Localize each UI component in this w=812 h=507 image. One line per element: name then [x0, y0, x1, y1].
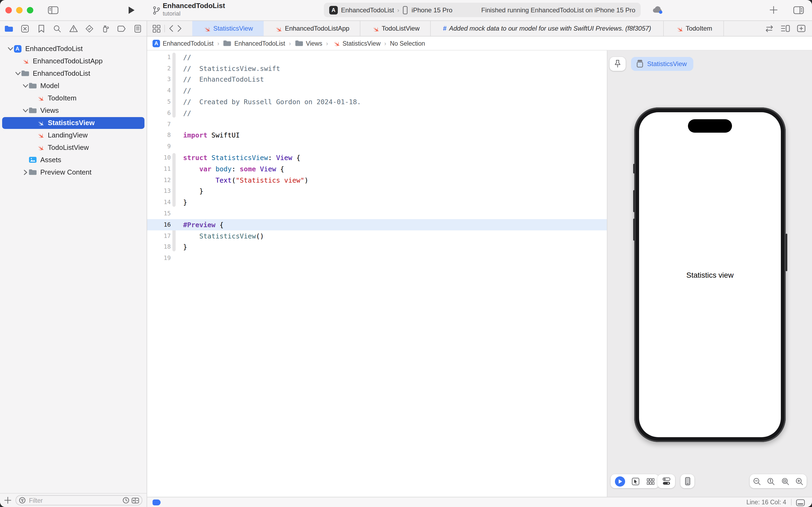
- zoom-window-button[interactable]: [27, 7, 33, 13]
- tab-statisticsview[interactable]: StatisticsView: [192, 21, 264, 36]
- go-forward-icon[interactable]: [177, 25, 182, 32]
- code-line-9[interactable]: 9: [147, 141, 607, 152]
- navigator-source-control-icon[interactable]: [20, 24, 30, 33]
- line-number[interactable]: 17: [147, 232, 171, 239]
- breadcrumb-segment[interactable]: EnhancedTodoList: [223, 40, 285, 47]
- sidebar-item-todoitem[interactable]: TodoItem: [0, 92, 147, 104]
- breadcrumb-segment[interactable]: StatisticsView: [332, 39, 381, 47]
- disclosure-chevron-icon[interactable]: [7, 47, 13, 51]
- disclosure-chevron-icon[interactable]: [22, 109, 28, 112]
- tab-added[interactable]: #Added mock data to our model for use wi…: [431, 21, 664, 36]
- add-file-icon[interactable]: [4, 497, 11, 504]
- line-number[interactable]: 19: [147, 255, 171, 262]
- sidebar-item-views[interactable]: Views: [0, 104, 147, 117]
- sidebar-item-assets[interactable]: Assets: [0, 154, 147, 166]
- toggle-inspector-icon[interactable]: [793, 6, 804, 14]
- variants-mode-icon[interactable]: [647, 478, 655, 485]
- code-line-18[interactable]: 18}: [147, 241, 607, 253]
- code-line-5[interactable]: 5// Created by Russell Gordon on 2024-01…: [147, 96, 607, 107]
- code-line-7[interactable]: 7: [147, 119, 607, 130]
- tab-todoitem[interactable]: TodoItem: [664, 21, 724, 36]
- sidebar-item-model[interactable]: Model: [0, 79, 147, 92]
- scm-status-filter-icon[interactable]: [131, 497, 139, 504]
- line-number[interactable]: 12: [147, 176, 171, 183]
- selectable-mode-icon[interactable]: [632, 477, 640, 485]
- zoom-100-icon[interactable]: [767, 477, 775, 485]
- preview-device-button[interactable]: [681, 474, 694, 488]
- breadcrumb-segment[interactable]: AEnhancedTodoList: [153, 40, 214, 47]
- line-number[interactable]: 10: [147, 154, 171, 161]
- pin-preview-button[interactable]: [610, 57, 626, 71]
- add-editor-icon[interactable]: [797, 25, 806, 32]
- run-button[interactable]: [128, 6, 135, 14]
- line-number[interactable]: 7: [147, 121, 171, 127]
- navigator-project-icon[interactable]: [4, 24, 13, 33]
- code-line-3[interactable]: 3// EnhancedTodoList: [147, 74, 607, 85]
- sidebar-item-enhancedtodolist[interactable]: A EnhancedTodoList: [0, 43, 147, 55]
- line-number[interactable]: 18: [147, 243, 171, 250]
- line-number[interactable]: 14: [147, 199, 171, 206]
- navigator-reports-icon[interactable]: [133, 24, 142, 33]
- disclosure-chevron-icon[interactable]: [15, 71, 20, 75]
- sidebar-item-preview-content[interactable]: Preview Content: [0, 166, 147, 178]
- close-button[interactable]: [5, 7, 12, 13]
- preview-target-chip[interactable]: StatisticsView: [631, 57, 693, 71]
- navigator-debug-icon[interactable]: [101, 24, 110, 33]
- code-line-6[interactable]: 6//: [147, 107, 607, 119]
- filter-field[interactable]: [15, 495, 142, 505]
- breadcrumb-segment[interactable]: Views: [295, 40, 322, 47]
- line-number[interactable]: 13: [147, 188, 171, 195]
- line-number[interactable]: 1: [147, 54, 171, 61]
- code-line-17[interactable]: 17 StatisticsView(): [147, 230, 607, 242]
- line-number[interactable]: 15: [147, 210, 171, 217]
- line-number[interactable]: 6: [147, 110, 171, 117]
- navigator-breakpoints-icon[interactable]: [117, 24, 126, 33]
- disclosure-chevron-icon[interactable]: [23, 169, 27, 175]
- activity-status-bar[interactable]: A EnhancedTodoList › iPhone 15 Pro Finis…: [324, 3, 641, 17]
- phone-screen[interactable]: Statistics view: [639, 112, 781, 437]
- line-number[interactable]: 8: [147, 132, 171, 139]
- code-line-8[interactable]: 8import SwiftUI: [147, 130, 607, 141]
- add-item-icon[interactable]: [769, 6, 777, 14]
- minimize-button[interactable]: [16, 7, 22, 13]
- code-line-14[interactable]: 14}: [147, 197, 607, 208]
- iphone-preview[interactable]: Statistics view: [634, 107, 786, 442]
- breadcrumb-segment[interactable]: No Selection: [390, 40, 425, 47]
- zoom-out-icon[interactable]: [753, 477, 761, 485]
- source-editor[interactable]: 1//2// StatisticsView.swift3// EnhancedT…: [147, 51, 607, 497]
- line-number[interactable]: 4: [147, 87, 171, 94]
- sidebar-item-enhancedtodolist[interactable]: EnhancedTodoList: [0, 67, 147, 79]
- recent-files-icon[interactable]: [122, 497, 129, 504]
- code-line-1[interactable]: 1//: [147, 52, 607, 63]
- code-line-2[interactable]: 2// StatisticsView.swift: [147, 63, 607, 74]
- code-line-11[interactable]: 11 var body: some View {: [147, 163, 607, 175]
- tab-enhancedtodolistapp[interactable]: EnhancedTodoListApp: [264, 21, 360, 36]
- editor-bottom-bar-toggle-icon[interactable]: [796, 499, 805, 506]
- navigator-bookmarks-icon[interactable]: [37, 24, 46, 33]
- line-number[interactable]: 11: [147, 165, 171, 172]
- sidebar-item-statisticsview[interactable]: StatisticsView: [0, 117, 147, 129]
- code-line-19[interactable]: 19: [147, 253, 607, 264]
- scheme-name[interactable]: EnhancedTodoList: [341, 6, 394, 14]
- navigator-find-icon[interactable]: [53, 24, 62, 33]
- related-items-icon[interactable]: [153, 24, 161, 33]
- live-preview-button[interactable]: [615, 476, 625, 486]
- navigator-tests-icon[interactable]: [85, 24, 94, 33]
- line-number[interactable]: 5: [147, 98, 171, 105]
- zoom-fit-icon[interactable]: [781, 477, 790, 485]
- navigator-issues-icon[interactable]: [69, 24, 78, 33]
- adjust-editor-options-icon[interactable]: [781, 25, 790, 32]
- code-review-icon[interactable]: [765, 25, 774, 32]
- line-number[interactable]: 16: [147, 221, 171, 228]
- run-destination[interactable]: iPhone 15 Pro: [412, 6, 453, 14]
- code-line-16[interactable]: 16#Preview {: [147, 219, 607, 230]
- sidebar-item-landingview[interactable]: LandingView: [0, 129, 147, 141]
- zoom-in-icon[interactable]: [796, 477, 804, 485]
- filter-input[interactable]: [28, 497, 122, 504]
- code-line-15[interactable]: 15: [147, 208, 607, 219]
- code-line-13[interactable]: 13 }: [147, 185, 607, 197]
- sidebar-item-enhancedtodolistapp[interactable]: EnhancedTodoListApp: [0, 55, 147, 67]
- code-line-4[interactable]: 4//: [147, 85, 607, 97]
- sidebar-item-todolistview[interactable]: TodoListView: [0, 141, 147, 154]
- line-number[interactable]: 9: [147, 143, 171, 150]
